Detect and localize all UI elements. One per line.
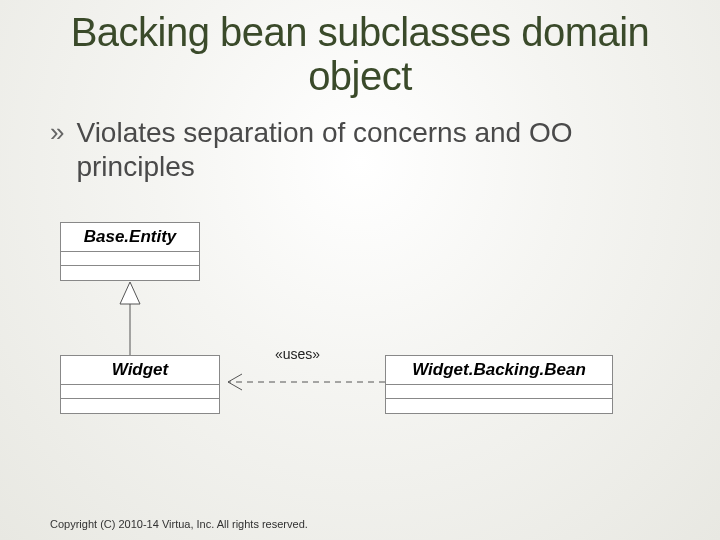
- bullet-marker: »: [50, 116, 64, 149]
- uml-class-widget: Widget: [60, 355, 220, 414]
- uml-class-widget-backing-bean: Widget.Backing.Bean: [385, 355, 613, 414]
- uml-class-name: Widget.Backing.Bean: [386, 356, 612, 385]
- uml-class-name: Widget: [61, 356, 219, 385]
- uml-diagram: Widget (dashed, open arrow at Widget) --…: [50, 220, 670, 470]
- bullet-item: » Violates separation of concerns and OO…: [0, 98, 720, 183]
- bullet-text: Violates separation of concerns and OO p…: [76, 116, 660, 183]
- uml-class-base-entity: Base.Entity: [60, 222, 200, 281]
- uml-class-name: Base.Entity: [61, 223, 199, 252]
- uml-uses-label: «uses»: [275, 346, 320, 362]
- copyright-footer: Copyright (C) 2010-14 Virtua, Inc. All r…: [50, 518, 308, 530]
- svg-marker-1: [120, 282, 140, 304]
- slide-title: Backing bean subclasses domain object: [0, 0, 720, 98]
